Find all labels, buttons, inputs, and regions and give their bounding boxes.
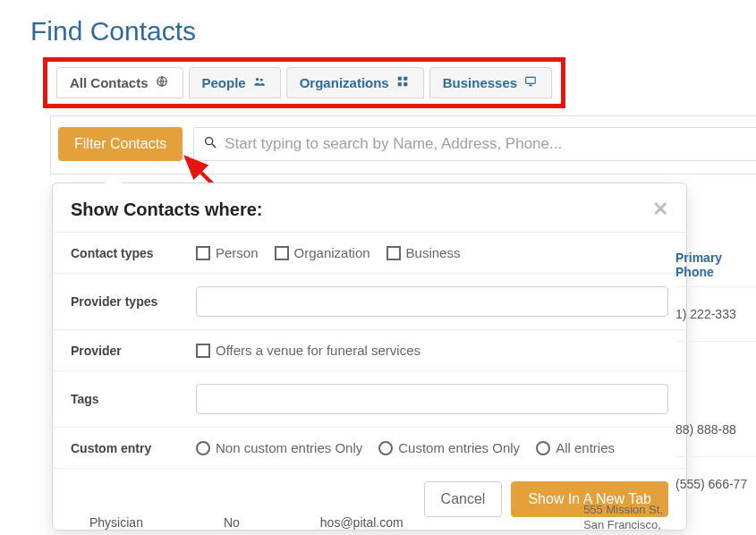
row-provider: Provider Offers a venue for funeral serv… [53,329,686,370]
users-icon [251,75,268,90]
cell-address: 555 Mission St, San Francisco, [583,503,663,533]
row-provider-types: Provider types [53,273,686,329]
cell-email: hos@pital.com [320,515,403,530]
row-contact-types: Contact types Person Organization Busine… [53,232,686,273]
table-row: 1) 222-333 [675,286,756,341]
svg-point-1 [256,78,259,81]
provider-types-input[interactable] [196,286,668,317]
table-row: 88) 888-88 [675,341,756,456]
row-tags: Tags [53,370,686,427]
search-wrap [193,127,756,161]
col-primary-phone[interactable]: Primary Phone [675,251,756,286]
grid-icon [395,75,411,90]
svg-rect-5 [397,82,401,86]
checkbox-organization[interactable]: Organization [275,245,370,260]
svg-rect-6 [403,82,407,86]
tabs: All Contacts People Organizations Busine… [56,67,552,98]
filter-popover: Show Contacts where: ✕ Contact types Per… [52,183,687,531]
svg-rect-3 [397,77,401,81]
table-row: Physician No hos@pital.com [89,515,403,530]
label-provider-types: Provider types [71,294,196,309]
search-icon [203,135,225,153]
tab-people[interactable]: People [189,67,281,98]
svg-point-2 [260,79,263,81]
checkbox-business[interactable]: Business [386,245,461,260]
page-title: Find Contacts [0,0,756,57]
globe-icon [154,75,170,90]
row-custom-entry: Custom entry Non custom entries Only Cus… [53,427,686,468]
search-input[interactable] [225,135,747,153]
label-provider: Provider [71,344,196,358]
radio-all-entries[interactable]: All entries [536,440,615,455]
table-row: (555) 666-77 [675,456,756,511]
content-panel: Filter Contacts [50,115,756,174]
label-tags: Tags [71,392,196,406]
tab-label: All Contacts [70,75,149,90]
cell-role: Physician [89,515,143,530]
tab-label: Businesses [443,75,517,90]
tab-organizations[interactable]: Organizations [286,67,424,98]
checkbox-offers-venue[interactable]: Offers a venue for funeral services [196,343,420,358]
close-icon[interactable]: ✕ [652,198,668,221]
popover-title: Show Contacts where: [71,200,262,220]
radio-custom-only[interactable]: Custom entries Only [378,440,520,455]
monitor-icon [522,75,539,90]
svg-line-9 [212,144,216,148]
tab-businesses[interactable]: Businesses [429,67,552,98]
tab-all-contacts[interactable]: All Contacts [56,67,183,98]
svg-point-8 [206,138,213,145]
filter-contacts-button[interactable]: Filter Contacts [58,127,183,161]
label-contact-types: Contact types [71,246,196,260]
bg-table-column: Primary Phone 1) 222-333 88) 888-88 (555… [675,251,756,511]
tags-input[interactable] [196,384,668,414]
tab-label: People [202,75,246,90]
cancel-button[interactable]: Cancel [424,481,503,517]
checkbox-person[interactable]: Person [196,245,259,260]
label-custom-entry: Custom entry [71,441,196,455]
tabs-highlight-box: All Contacts People Organizations Busine… [43,57,565,108]
tab-label: Organizations [300,75,389,90]
svg-rect-4 [403,77,407,81]
cell-bool: No [224,515,240,530]
svg-rect-7 [526,77,536,83]
radio-non-custom[interactable]: Non custom entries Only [196,440,362,455]
